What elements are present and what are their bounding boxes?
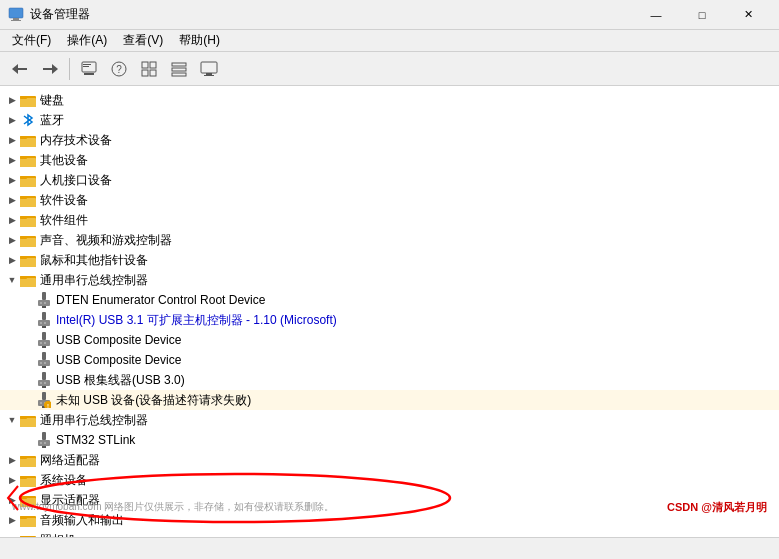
label-intel-usb: Intel(R) USB 3.1 可扩展主机控制器 - 1.10 (Micros…	[56, 312, 337, 329]
svg-rect-67	[40, 362, 42, 364]
folder-icon-software-dev	[20, 192, 36, 208]
svg-rect-48	[20, 278, 36, 287]
svg-rect-14	[150, 62, 156, 68]
forward-button[interactable]	[36, 56, 64, 82]
usb-icon-composite1	[36, 332, 52, 348]
expand-network[interactable]: ▶	[4, 452, 20, 468]
tree-item-system[interactable]: ▶ 系统设备	[0, 470, 779, 490]
tree-item-usb-composite-1[interactable]: USB Composite Device	[0, 330, 779, 350]
help-button[interactable]: ?	[105, 56, 133, 82]
tree-item-usb-composite-2[interactable]: USB Composite Device	[0, 350, 779, 370]
tree-item-usb-ctrl-1[interactable]: ▼ 通用串行总线控制器	[0, 270, 779, 290]
tree-item-other[interactable]: ▶ 其他设备	[0, 150, 779, 170]
label-network: 网络适配器	[40, 452, 100, 469]
svg-rect-68	[44, 362, 46, 364]
svg-rect-84	[20, 416, 27, 419]
label-other: 其他设备	[40, 152, 88, 169]
status-bar	[0, 537, 779, 559]
folder-icon-mouse	[20, 252, 36, 268]
svg-rect-43	[20, 236, 27, 239]
expand-usb-ctrl-2[interactable]: ▼	[4, 412, 20, 428]
menu-file[interactable]: 文件(F)	[4, 30, 59, 51]
label-audio: 音频输入和输出	[40, 512, 124, 529]
folder-icon-usb-ctrl-2	[20, 412, 36, 428]
svg-rect-70	[42, 372, 46, 380]
menu-action[interactable]: 操作(A)	[59, 30, 115, 51]
svg-rect-25	[20, 96, 27, 99]
tree-item-display[interactable]: ▶ 显示适配器	[0, 490, 779, 510]
expand-keyboards[interactable]: ▶	[4, 92, 20, 108]
svg-text:!: !	[47, 403, 49, 408]
expand-sound[interactable]: ▶	[4, 232, 20, 248]
view3-button[interactable]	[165, 56, 193, 82]
folder-icon-hid	[20, 172, 36, 188]
svg-rect-6	[43, 68, 52, 70]
monitor-button[interactable]	[195, 56, 223, 82]
label-usb-ctrl-1: 通用串行总线控制器	[40, 272, 148, 289]
usb-icon-stm32	[36, 432, 52, 448]
expand-system[interactable]: ▶	[4, 472, 20, 488]
svg-rect-9	[83, 64, 91, 65]
tree-item-bluetooth[interactable]: ▶ 蓝牙	[0, 110, 779, 130]
device-tree[interactable]: ▶ 键盘 ▶ 蓝牙 ▶ 内存技术设备	[0, 86, 779, 537]
expand-camera[interactable]: ▶	[4, 532, 20, 537]
tree-item-mouse[interactable]: ▶ 鼠标和其他指针设备	[0, 250, 779, 270]
expand-audio[interactable]: ▶	[4, 512, 20, 528]
svg-rect-37	[20, 196, 27, 199]
svg-rect-87	[40, 442, 42, 444]
menu-view[interactable]: 查看(V)	[115, 30, 171, 51]
prop-button[interactable]	[75, 56, 103, 82]
maximize-button[interactable]: □	[679, 0, 725, 30]
window-title: 设备管理器	[30, 6, 633, 23]
tree-item-usb-unknown[interactable]: ! 未知 USB 设备(设备描述符请求失败)	[0, 390, 779, 410]
view2-button[interactable]	[135, 56, 163, 82]
tree-item-audio[interactable]: ▶ 音频输入和输出	[0, 510, 779, 530]
label-usb-unknown: 未知 USB 设备(设备描述符请求失败)	[56, 392, 251, 409]
close-button[interactable]: ✕	[725, 0, 771, 30]
label-mouse: 鼠标和其他指针设备	[40, 252, 148, 269]
tree-item-hid[interactable]: ▶ 人机接口设备	[0, 170, 779, 190]
tree-item-stm32[interactable]: STM32 STLink	[0, 430, 779, 450]
tree-item-usb-root-hub[interactable]: USB 根集线器(USB 3.0)	[0, 370, 779, 390]
tree-item-dten[interactable]: DTEN Enumerator Control Root Device	[0, 290, 779, 310]
expand-software-dev[interactable]: ▶	[4, 192, 20, 208]
tree-item-keyboards[interactable]: ▶ 键盘	[0, 90, 779, 110]
window-controls: — □ ✕	[633, 0, 771, 30]
expand-usb-ctrl-1[interactable]: ▼	[4, 272, 20, 288]
tree-item-sound[interactable]: ▶ 声音、视频和游戏控制器	[0, 230, 779, 250]
svg-rect-13	[142, 62, 148, 68]
expand-display[interactable]: ▶	[4, 492, 20, 508]
label-system: 系统设备	[40, 472, 88, 489]
expand-memory-tech[interactable]: ▶	[4, 132, 20, 148]
menu-help[interactable]: 帮助(H)	[171, 30, 228, 51]
tree-item-camera[interactable]: ▶ 照相机	[0, 530, 779, 537]
usb-icon-dten	[36, 292, 52, 308]
label-keyboards: 键盘	[40, 92, 64, 109]
svg-rect-57	[40, 322, 42, 324]
expand-mouse[interactable]: ▶	[4, 252, 20, 268]
svg-rect-17	[172, 63, 186, 66]
label-memory-tech: 内存技术设备	[40, 132, 112, 149]
expand-hid[interactable]: ▶	[4, 172, 20, 188]
expand-software-comp[interactable]: ▶	[4, 212, 20, 228]
svg-rect-45	[20, 258, 36, 267]
svg-rect-59	[42, 326, 46, 328]
svg-rect-94	[20, 478, 36, 487]
svg-rect-36	[20, 198, 36, 207]
minimize-button[interactable]: —	[633, 0, 679, 30]
expand-other[interactable]: ▶	[4, 152, 20, 168]
tree-item-usb-ctrl-2[interactable]: ▼ 通用串行总线控制器	[0, 410, 779, 430]
tree-item-intel-usb[interactable]: Intel(R) USB 3.1 可扩展主机控制器 - 1.10 (Micros…	[0, 310, 779, 330]
expand-bluetooth[interactable]: ▶	[4, 112, 20, 128]
tree-item-memory-tech[interactable]: ▶ 内存技术设备	[0, 130, 779, 150]
tree-item-software-comp[interactable]: ▶ 软件组件	[0, 210, 779, 230]
folder-icon-software-comp	[20, 212, 36, 228]
bluetooth-icon	[20, 112, 36, 128]
svg-rect-83	[20, 418, 36, 427]
svg-rect-28	[20, 136, 27, 139]
svg-rect-58	[44, 322, 46, 324]
tree-item-software-dev[interactable]: ▶ 软件设备	[0, 190, 779, 210]
tree-item-network[interactable]: ▶ 网络适配器	[0, 450, 779, 470]
back-button[interactable]	[6, 56, 34, 82]
folder-icon-display	[20, 492, 36, 508]
